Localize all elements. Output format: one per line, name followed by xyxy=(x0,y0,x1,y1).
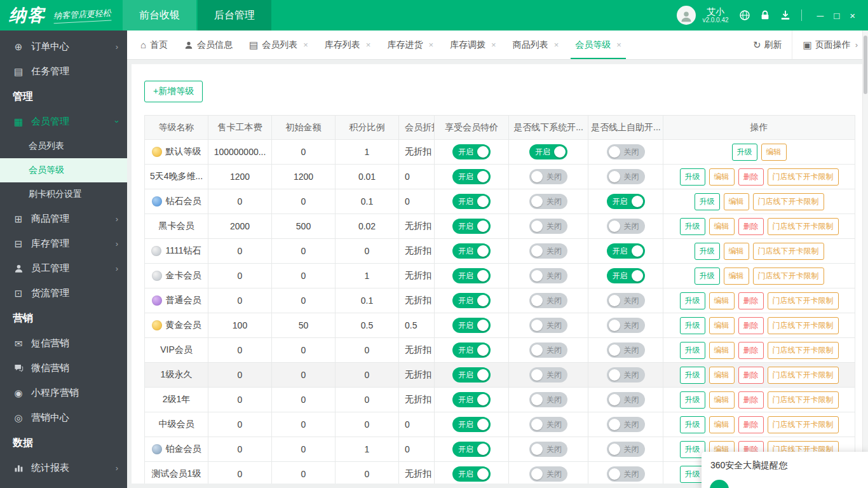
tab-item[interactable]: 库存进货× xyxy=(379,30,442,59)
upgrade-button[interactable]: 升级 xyxy=(695,243,720,260)
tab-item[interactable]: ▤会员列表× xyxy=(241,30,316,59)
sidebar-subitem[interactable]: 会员等级 xyxy=(0,158,127,182)
special-price-toggle[interactable]: 开启 xyxy=(452,318,491,333)
refresh-button[interactable]: ↻ 刷新 xyxy=(743,30,792,59)
special-price-toggle[interactable]: 开启 xyxy=(452,442,491,457)
vertical-scrollbar[interactable] xyxy=(862,30,868,488)
scrollbar-thumb[interactable] xyxy=(864,36,867,94)
special-price-toggle[interactable]: 开启 xyxy=(452,293,491,308)
offline-open-toggle[interactable]: 关闭 xyxy=(529,442,567,457)
sidebar-subitem[interactable]: 会员列表 xyxy=(0,134,127,158)
store-limit-button[interactable]: 门店线下开卡限制 xyxy=(768,168,839,186)
offline-open-toggle[interactable]: 关闭 xyxy=(529,169,567,184)
sidebar-item[interactable]: 统计报表› xyxy=(0,456,127,480)
special-price-toggle[interactable]: 开启 xyxy=(452,342,491,358)
delete-button[interactable]: 删除 xyxy=(738,391,764,409)
upgrade-button[interactable]: 升级 xyxy=(680,391,705,409)
special-price-toggle[interactable]: 开启 xyxy=(452,219,491,234)
offline-open-toggle[interactable]: 关闭 xyxy=(529,466,567,482)
maximize-icon[interactable]: □ xyxy=(829,10,844,21)
delete-button[interactable]: 删除 xyxy=(738,416,764,433)
sidebar-item[interactable]: ⊞商品管理› xyxy=(0,207,127,231)
upgrade-button[interactable]: 升级 xyxy=(680,218,705,235)
special-price-toggle[interactable]: 开启 xyxy=(452,243,491,259)
edit-button[interactable]: 编辑 xyxy=(709,292,735,309)
offline-open-toggle[interactable]: 关闭 xyxy=(529,219,567,234)
minimize-icon[interactable]: ─ xyxy=(812,10,829,21)
tab-close-icon[interactable]: × xyxy=(366,40,371,50)
online-open-toggle[interactable]: 关闭 xyxy=(607,417,645,432)
tab-item[interactable]: 库存调拨× xyxy=(442,30,505,59)
special-price-toggle[interactable]: 开启 xyxy=(452,169,491,184)
offline-open-toggle[interactable]: 关闭 xyxy=(529,243,567,259)
tab-close-icon[interactable]: × xyxy=(554,40,559,50)
offline-open-toggle[interactable]: 关闭 xyxy=(529,268,567,283)
topnav-item[interactable]: 后台管理 xyxy=(198,0,271,30)
special-price-toggle[interactable]: 开启 xyxy=(452,194,491,209)
store-limit-button[interactable]: 门店线下开卡限制 xyxy=(768,367,839,384)
edit-button[interactable]: 编辑 xyxy=(724,243,749,260)
tab-item[interactable]: 库存列表× xyxy=(316,30,379,59)
store-limit-button[interactable]: 门店线下开卡限制 xyxy=(753,193,824,210)
offline-open-toggle[interactable]: 关闭 xyxy=(529,417,567,432)
offline-open-toggle[interactable]: 关闭 xyxy=(529,318,567,333)
sidebar-item[interactable]: ▤任务管理 xyxy=(0,59,127,84)
sidebar-item[interactable]: ⊕订单中心› xyxy=(0,34,127,59)
store-limit-button[interactable]: 门店线下开卡限制 xyxy=(768,292,839,309)
edit-button[interactable]: 编辑 xyxy=(709,317,735,334)
upgrade-button[interactable]: 升级 xyxy=(680,317,705,334)
online-open-toggle[interactable]: 开启 xyxy=(607,268,645,283)
online-open-toggle[interactable]: 关闭 xyxy=(607,342,645,358)
online-open-toggle[interactable]: 开启 xyxy=(607,194,645,209)
store-limit-button[interactable]: 门店线下开卡限制 xyxy=(768,391,839,409)
tab-close-icon[interactable]: × xyxy=(491,40,496,50)
browser-icon[interactable] xyxy=(739,10,750,21)
add-level-button[interactable]: +新增等级 xyxy=(144,81,203,102)
edit-button[interactable]: 编辑 xyxy=(709,391,735,409)
edit-button[interactable]: 编辑 xyxy=(709,342,735,359)
upgrade-button[interactable]: 升级 xyxy=(732,144,757,161)
tab-item[interactable]: 商品列表× xyxy=(505,30,567,59)
upgrade-button[interactable]: 升级 xyxy=(680,168,705,186)
delete-button[interactable]: 删除 xyxy=(738,342,764,359)
tab-close-icon[interactable]: × xyxy=(303,40,308,50)
special-price-toggle[interactable]: 开启 xyxy=(452,466,491,482)
online-open-toggle[interactable]: 关闭 xyxy=(607,219,645,234)
edit-button[interactable]: 编辑 xyxy=(761,144,787,161)
upgrade-button[interactable]: 升级 xyxy=(680,342,705,359)
store-limit-button[interactable]: 门店线下开卡限制 xyxy=(768,342,839,359)
special-price-toggle[interactable]: 开启 xyxy=(452,268,491,283)
avatar[interactable] xyxy=(677,6,696,25)
edit-button[interactable]: 编辑 xyxy=(724,268,749,285)
edit-button[interactable]: 编辑 xyxy=(709,168,735,186)
store-limit-button[interactable]: 门店线下开卡限制 xyxy=(768,416,839,433)
close-icon[interactable]: × xyxy=(844,10,860,21)
special-price-toggle[interactable]: 开启 xyxy=(452,392,491,407)
online-open-toggle[interactable]: 开启 xyxy=(607,243,645,259)
sidebar-item[interactable]: ⊟库存管理› xyxy=(0,231,127,256)
offline-open-toggle[interactable]: 关闭 xyxy=(529,342,567,358)
special-price-toggle[interactable]: 开启 xyxy=(452,144,491,159)
offline-open-toggle[interactable]: 关闭 xyxy=(529,392,567,407)
sidebar-item[interactable]: 员工管理› xyxy=(0,256,127,281)
offline-open-toggle[interactable]: 关闭 xyxy=(529,367,567,383)
upgrade-button[interactable]: 升级 xyxy=(680,416,705,433)
edit-button[interactable]: 编辑 xyxy=(709,416,735,433)
store-limit-button[interactable]: 门店线下开卡限制 xyxy=(753,243,824,260)
page-ops-button[interactable]: ▣ 页面操作 › xyxy=(792,30,868,59)
special-price-toggle[interactable]: 开启 xyxy=(452,367,491,383)
upgrade-button[interactable]: 升级 xyxy=(695,193,720,210)
upgrade-button[interactable]: 升级 xyxy=(680,292,705,309)
sidebar-item[interactable]: ▦会员管理› xyxy=(0,109,127,134)
upgrade-button[interactable]: 升级 xyxy=(680,367,705,384)
online-open-toggle[interactable]: 关闭 xyxy=(607,392,645,407)
topnav-item[interactable]: 前台收银 xyxy=(123,0,196,30)
delete-button[interactable]: 删除 xyxy=(738,168,764,186)
download-icon[interactable] xyxy=(780,10,791,21)
delete-button[interactable]: 删除 xyxy=(738,317,764,334)
delete-button[interactable]: 删除 xyxy=(738,218,764,235)
sidebar-item[interactable]: ◎营销中心 xyxy=(0,405,127,430)
upgrade-button[interactable]: 升级 xyxy=(695,268,720,285)
online-open-toggle[interactable]: 关闭 xyxy=(607,293,645,308)
sidebar-item[interactable]: ✉短信营销 xyxy=(0,331,127,356)
